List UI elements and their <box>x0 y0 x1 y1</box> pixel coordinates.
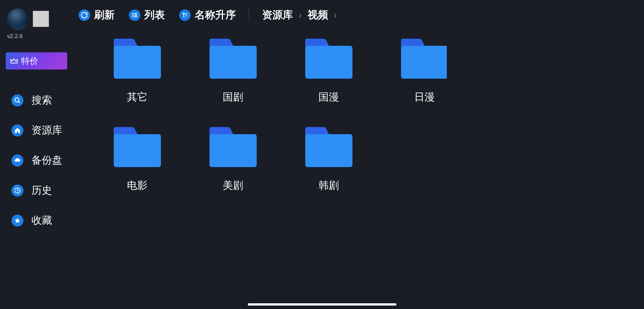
breadcrumb-item-library[interactable]: 资源库 <box>262 8 293 22</box>
version-label: v2.2.6 <box>0 33 73 39</box>
folder-item[interactable]: 其它 <box>90 39 184 104</box>
star-icon <box>11 215 23 227</box>
breadcrumb: 资源库 › 视频 › <box>262 8 337 22</box>
sidebar-item-label: 搜索 <box>31 93 52 107</box>
svg-rect-7 <box>134 16 137 17</box>
chevron-right-icon: › <box>299 10 302 20</box>
toolbar-divider <box>249 8 249 22</box>
refresh-label: 刷新 <box>94 8 115 22</box>
list-button[interactable]: 列表 <box>129 8 165 22</box>
promo-label: 特价 <box>21 55 38 67</box>
svg-rect-2 <box>132 13 133 14</box>
list-icon <box>129 9 140 21</box>
promo-banner[interactable]: 特价 <box>6 52 67 70</box>
sidebar-item-label: 资源库 <box>31 123 62 137</box>
folder-label: 其它 <box>127 90 147 104</box>
folder-icon <box>114 39 161 79</box>
folder-item[interactable]: 国漫 <box>282 39 376 104</box>
folder-label: 美剧 <box>223 179 243 193</box>
svg-rect-5 <box>134 15 137 15</box>
sort-label: 名称升序 <box>195 8 236 22</box>
avatar-badge <box>33 11 49 27</box>
search-icon <box>11 94 23 106</box>
folder-label: 国漫 <box>318 90 339 104</box>
home-indicator[interactable] <box>248 303 396 306</box>
history-icon <box>11 185 23 197</box>
chevron-right-icon: › <box>334 10 337 20</box>
folder-icon <box>210 127 257 167</box>
cutoff-area <box>447 0 644 309</box>
sidebar-item-label: 历史 <box>31 183 52 197</box>
sort-button[interactable]: 名称升序 <box>179 8 236 22</box>
sidebar-item-favorites[interactable]: 收藏 <box>0 205 73 235</box>
user-avatar[interactable] <box>7 9 29 30</box>
svg-rect-6 <box>132 16 133 17</box>
sort-icon <box>179 9 191 21</box>
folder-icon <box>401 39 448 79</box>
avatar-section <box>0 9 73 30</box>
refresh-icon <box>79 9 90 21</box>
svg-line-1 <box>18 101 20 103</box>
sidebar-item-label: 收藏 <box>31 213 52 227</box>
folder-item[interactable]: 国剧 <box>186 39 280 104</box>
crown-icon <box>10 57 18 65</box>
folder-item[interactable]: 美剧 <box>186 127 280 193</box>
folder-label: 韩剧 <box>318 179 339 193</box>
list-label: 列表 <box>144 8 165 22</box>
svg-point-0 <box>15 98 19 102</box>
folder-icon <box>210 39 257 79</box>
folder-label: 国剧 <box>223 90 243 104</box>
folder-icon <box>305 39 352 79</box>
refresh-button[interactable]: 刷新 <box>79 8 115 22</box>
sidebar-item-history[interactable]: 历史 <box>0 175 73 205</box>
svg-rect-4 <box>132 15 133 15</box>
folder-icon <box>305 127 352 167</box>
sidebar-item-search[interactable]: 搜索 <box>0 85 73 115</box>
folder-label: 电影 <box>127 179 147 193</box>
svg-rect-3 <box>134 13 137 14</box>
folder-label: 日漫 <box>414 90 435 104</box>
folder-item[interactable]: 韩剧 <box>282 127 376 193</box>
sidebar-item-library[interactable]: 资源库 <box>0 115 73 145</box>
sidebar-item-backup[interactable]: 备份盘 <box>0 145 73 175</box>
sidebar: v2.2.6 特价 搜索 资源库 <box>0 0 73 309</box>
cloud-icon <box>11 154 23 167</box>
breadcrumb-item-video[interactable]: 视频 <box>308 8 328 22</box>
sidebar-item-label: 备份盘 <box>31 153 62 167</box>
folder-icon <box>114 127 161 167</box>
folder-item[interactable]: 电影 <box>90 127 184 193</box>
home-icon <box>11 124 23 136</box>
